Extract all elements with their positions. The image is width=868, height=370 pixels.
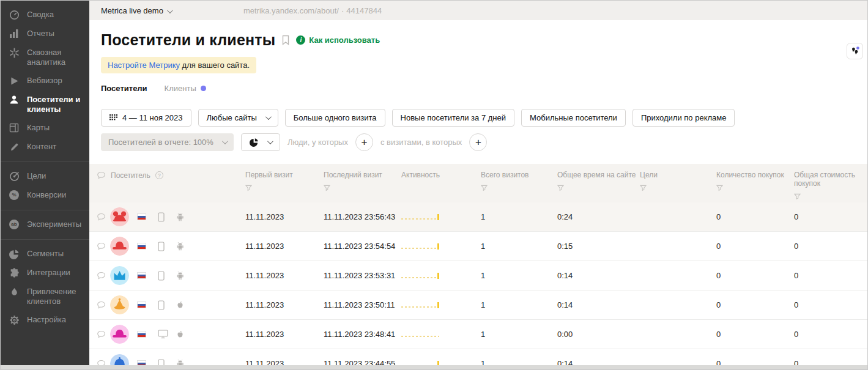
sidebar-item-visitors[interactable]: Посетители и клиенты [1,91,89,119]
tab-clients[interactable]: Клиенты [165,84,206,93]
comment-icon[interactable] [97,271,110,280]
sidebar-item-summary[interactable]: Сводка [1,6,89,24]
tab-visitors[interactable]: Посетители [101,84,147,93]
visitor-avatar[interactable] [110,237,137,256]
sidebar-divider [1,239,89,240]
column-header-total-visits: Всего визитов [481,171,557,179]
pie-chart-icon [250,138,259,147]
visitor-avatar[interactable] [110,295,137,314]
table-row[interactable]: 11.11.2023 11.11.2023 23:56:43 1 0:24 0 … [89,202,867,232]
segment-chart-button[interactable] [241,133,280,151]
topbar: Metrica live demo metrika.yandex.com/abo… [89,1,867,20]
column-header-purchase-total: Общая стоимость покупок [794,171,859,188]
sidebar-item-reports[interactable]: Отчеты [1,24,89,43]
help-icon[interactable]: ? [155,171,163,179]
visitor-avatar[interactable] [110,325,137,344]
apple-icon [176,300,195,309]
filter-funnel-icon[interactable] [716,185,723,191]
column-header-first-visit: Первый визит [245,171,324,179]
last-visit-cell: 11.11.2023 23:50:11 [324,300,401,309]
sidebar-item-segments[interactable]: Сегменты [1,245,89,264]
activity-sparkline [401,243,439,250]
info-icon: i [296,35,305,45]
page-title: Посетители и клиенты [101,31,275,49]
phone-icon [158,300,176,310]
activity-sparkline [401,213,439,221]
puzzle-icon [9,267,20,278]
sample-share-selector[interactable]: Посетителей в отчете: 100% [101,133,234,151]
table-row[interactable]: 11.11.2023 11.11.2023 23:48:41 1 0:00 0 … [89,320,867,349]
quick-filter-mobile-visitors[interactable]: Мобильные посетители [521,109,626,127]
main-content: Metrica live demo metrika.yandex.com/abo… [89,1,867,369]
sidebar-item-label: Отчеты [27,29,54,39]
add-people-condition-button[interactable]: + [355,133,373,151]
visitor-avatar[interactable] [110,266,137,285]
pencil-icon [9,141,20,152]
table-row[interactable]: 11.11.2023 11.11.2023 23:54:54 1 0:15 0 … [89,232,867,261]
sidebar-item-settings[interactable]: Настройка [1,311,89,330]
sidebar-item-maps[interactable]: Карты [1,119,89,138]
chevron-down-icon [167,7,173,13]
chat-widget-button[interactable] [847,43,863,59]
filter-funnel-icon[interactable] [481,185,488,191]
bookmark-icon[interactable] [281,35,290,45]
sidebar-item-analytics[interactable]: Сквозная аналитика [1,43,89,72]
visits-cell: 1 [481,212,557,221]
sidebar-item-integrations[interactable]: Интеграции [1,264,89,283]
app-window: Сводка Отчеты Сквозная аналитика Вебвизо… [0,0,868,370]
segment-people-label: Люди, у которых [287,138,348,147]
chevron-down-icon [265,114,272,120]
filter-funnel-icon[interactable] [640,185,647,191]
tabs: Посетители Клиенты [101,84,867,93]
sidebar-item-acquisition[interactable]: Привлечение клиентов [1,283,89,311]
sidebar-item-content[interactable]: Контент [1,138,89,157]
column-header-activity: Активность [401,171,481,179]
first-visit-cell: 11.11.2023 [245,271,324,280]
activity-sparkline [401,302,439,309]
comment-icon[interactable] [97,212,110,221]
activity-sparkline [401,272,439,279]
sidebar-item-label: Контент [27,142,56,152]
bar-chart-icon [9,28,20,39]
quick-filter-from-ads[interactable]: Приходили по рекламе [632,109,735,127]
sidebar-item-label: Эксперименты [27,220,81,229]
setup-metrica-link[interactable]: Настройте Метрику [108,61,180,70]
last-visit-cell: 11.11.2023 23:56:43 [324,212,401,221]
comment-icon[interactable] [97,330,110,339]
sidebar-item-webvisor[interactable]: Вебвизор [1,72,89,91]
add-visit-condition-button[interactable]: + [469,133,487,151]
sidebar-item-goals[interactable]: Цели [1,167,89,186]
table-row[interactable]: 11.11.2023 11.11.2023 23:53:31 1 0:14 0 … [89,261,867,290]
date-range-button[interactable]: 4 — 11 ноя 2023 [101,109,191,127]
activity-sparkline [401,331,439,338]
purchases-cell: 0 [716,330,794,339]
visitor-avatar[interactable] [110,207,137,226]
phone-icon [158,242,176,251]
counter-selector[interactable]: Metrica live demo [101,6,171,15]
column-header-time-on-site: Общее время на сайте [557,171,640,179]
purchases-cell: 0 [716,300,794,309]
chevron-down-icon [267,138,273,144]
maps-icon [9,122,20,133]
sidebar-item-experiments[interactable]: ab Эксперименты [1,215,89,234]
filter-funnel-icon[interactable] [794,193,801,200]
site-filter-button[interactable]: Любые сайты [198,109,278,127]
filter-funnel-icon[interactable] [557,185,564,191]
how-to-use-link[interactable]: i Как использовать [296,35,380,45]
sidebar-item-conversions[interactable]: % Конверсии [1,186,89,205]
filter-funnel-icon[interactable] [324,185,330,191]
filter-funnel-icon[interactable] [245,185,252,191]
russia-flag-icon [137,243,146,250]
snowflake-icon [9,47,20,58]
target-icon [9,171,20,182]
comment-icon[interactable] [97,242,110,251]
quick-filter-new-visitors[interactable]: Новые посетители за 7 дней [392,109,514,127]
russia-flag-icon [137,302,146,308]
comment-icon[interactable] [97,300,110,309]
last-visit-cell: 11.11.2023 23:54:54 [324,242,401,251]
table-row[interactable]: 11.11.2023 11.11.2023 23:50:11 1 0:14 0 … [89,290,867,320]
column-header-purchases: Количество покупок [716,171,794,179]
quick-filter-more-than-one-visit[interactable]: Больше одного визита [285,109,385,127]
sidebar-item-label: Вебвизор [27,76,62,86]
percent-icon: % [9,190,20,201]
